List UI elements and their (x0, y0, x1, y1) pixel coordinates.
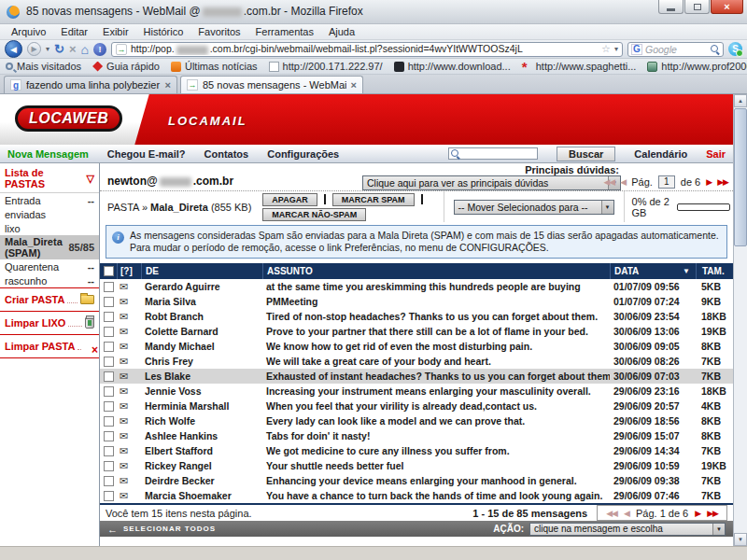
sair-link[interactable]: Sair (706, 148, 726, 160)
mail-search-input[interactable] (448, 147, 538, 160)
menu-item[interactable]: Ajuda (321, 26, 362, 37)
row-checkbox[interactable] (104, 431, 114, 441)
message-subject[interactable]: Every lady can look like a model and we … (262, 415, 610, 427)
scrollbar-thumb[interactable] (734, 108, 747, 246)
google-search-placeholder[interactable]: Google (645, 44, 708, 55)
reload-button[interactable]: ↻ (54, 42, 64, 56)
sidebar-folder[interactable]: Quarentena -- (0, 259, 99, 273)
message-row[interactable]: ✉ Robt Branch Tired of non-stop headache… (100, 309, 733, 324)
message-subject[interactable]: Your shuttle needs better fuel (262, 460, 610, 471)
menu-item[interactable]: Ferramentas (248, 26, 321, 37)
message-row[interactable]: ✉ Chris Frey We will take a great care o… (100, 354, 733, 369)
google-search-box[interactable]: G Google (627, 42, 724, 57)
stop-button[interactable]: × (69, 42, 77, 56)
message-subject[interactable]: Enhancing your device means enlarging yo… (262, 475, 610, 486)
search-icon[interactable] (711, 45, 720, 54)
menu-item[interactable]: Exibir (95, 26, 136, 37)
message-subject[interactable]: Increasing your instrument means enlargi… (262, 385, 610, 397)
bookmark-item[interactable]: http://200.171.222.97/ (269, 61, 383, 72)
sidebar-folder[interactable]: Entrada -- (0, 193, 99, 207)
marcar-nao-spam-button[interactable]: MARCAR NÃO-SPAM (262, 208, 366, 221)
message-subject[interactable]: Prove to your partner that there still c… (262, 326, 610, 337)
last-page-icon[interactable]: ▶▶ (717, 177, 728, 187)
row-checkbox[interactable] (104, 282, 114, 292)
menu-item[interactable]: Arquivo (4, 26, 53, 37)
message-row[interactable]: ✉ Maria Silva PMMeeting 01/07/09 07:24 9… (100, 294, 733, 309)
sidebar-action[interactable]: Criar PASTA (0, 287, 99, 311)
row-checkbox[interactable] (104, 327, 114, 337)
next-page-icon[interactable]: ▶ (695, 509, 700, 518)
row-checkbox[interactable] (104, 446, 114, 456)
scroll-up-icon[interactable]: ▲ (734, 94, 747, 107)
message-subject[interactable]: We got medicine to cure any illness you … (262, 445, 610, 456)
minimize-button[interactable] (658, 0, 684, 14)
buscar-button[interactable]: Buscar (557, 147, 615, 161)
nav-link[interactable]: Contatos (204, 148, 249, 160)
header-subject[interactable]: ASSUNTO (262, 263, 610, 279)
forward-button[interactable]: ▶ (27, 42, 41, 56)
message-row[interactable]: ✉ Herminia Marshall When you feel that y… (100, 399, 733, 413)
sort-desc-icon[interactable]: ▼ (683, 267, 690, 275)
message-row[interactable]: ✉ Mandy Michael We know how to get rid o… (100, 339, 733, 354)
row-checkbox[interactable] (104, 416, 114, 427)
faq-dropdown[interactable]: Clique aqui para ver as principais dúvid… (362, 175, 621, 190)
message-row[interactable]: ✉ Ashlee Hankins Tabs for doin' it nasty… (100, 428, 733, 443)
bookmark-star-icon[interactable]: ☆ (601, 43, 611, 55)
chevron-down-icon[interactable] (712, 524, 725, 535)
header-size[interactable]: TAM. (696, 263, 733, 279)
row-checkbox[interactable] (104, 476, 114, 486)
menu-item[interactable]: Editar (53, 26, 95, 37)
message-subject[interactable]: PMMeeting (262, 296, 610, 307)
row-checkbox[interactable] (104, 461, 114, 471)
google-icon[interactable]: G (631, 44, 642, 55)
select-all-checkbox[interactable] (104, 266, 114, 276)
message-subject[interactable]: Exhausted of instant headaches? Thanks t… (262, 371, 610, 382)
sidebar-action[interactable]: Limpar PASTA (0, 334, 99, 358)
message-row[interactable]: ✉ Rickey Rangel Your shuttle needs bette… (100, 458, 733, 473)
url-dropdown-icon[interactable]: ▾ (614, 45, 618, 53)
address-bar[interactable]: http://pop..com.br/cgi-bin/webmail/webma… (111, 42, 623, 57)
nav-link[interactable]: Nova Mensagem (7, 148, 89, 160)
message-subject[interactable]: Tired of non-stop headaches? Thanks to u… (262, 311, 610, 322)
row-checkbox[interactable] (104, 357, 114, 367)
message-row[interactable]: ✉ Rich Wolfe Every lady can look like a … (100, 413, 733, 428)
message-subject[interactable]: We know how to get rid of even the most … (262, 341, 610, 352)
next-page-icon[interactable]: ▶ (706, 177, 712, 187)
bookmark-item[interactable]: http://www.prof2000.... (647, 61, 747, 72)
action-dropdown[interactable]: clique na mensagem e escolha (529, 523, 726, 536)
tab-close-icon[interactable]: × (165, 79, 171, 91)
message-subject[interactable]: Tabs for doin' it nasty! (262, 430, 610, 441)
calendario-link[interactable]: Calendário (634, 148, 687, 160)
move-to-dropdown[interactable]: -- Mover Selecionados para -- (454, 200, 614, 215)
bookmark-item[interactable]: Últimas notícias (171, 61, 258, 72)
tab-close-icon[interactable]: × (351, 79, 357, 91)
scroll-down-icon[interactable]: ▼ (734, 533, 747, 546)
sidebar-folder[interactable]: enviadas (0, 207, 99, 221)
close-button[interactable]: × (711, 0, 743, 14)
menu-item[interactable]: Favoritos (190, 26, 247, 37)
sidebar-folder[interactable]: lixo (0, 221, 99, 235)
prev-page-icon[interactable]: ◀ (620, 177, 626, 187)
bookmark-item[interactable]: http://www.spaghetti... (522, 61, 637, 72)
prev-page-icon[interactable]: ◀ (624, 509, 629, 518)
nav-link[interactable]: Chegou E-mail? (107, 148, 186, 160)
marcar-spam-button[interactable]: MARCAR SPAM (332, 193, 415, 206)
folders-title[interactable]: Lista de PASTAS ▽ (0, 163, 99, 193)
nav-link[interactable]: Configurações (267, 148, 339, 160)
select-all-label[interactable]: SELECIONAR TODOS (123, 525, 216, 533)
message-row[interactable]: ✉ Jennie Voss Increasing your instrument… (100, 384, 733, 399)
header-flag[interactable]: [?] (117, 263, 141, 279)
sidebar-folder[interactable]: rascunho -- (0, 273, 99, 287)
url-text[interactable]: http://pop..com.br/cgi-bin/webmail/webma… (131, 43, 598, 54)
message-row[interactable]: ✉ Gerardo Aguirre at the same time you a… (100, 279, 733, 294)
row-checkbox[interactable] (104, 491, 114, 501)
message-row[interactable]: ✉ Marcia Shoemaker You have a chance to … (100, 488, 733, 503)
first-page-icon[interactable]: ◀◀ (606, 509, 617, 518)
bookmark-item[interactable]: Mais visitados (6, 61, 81, 72)
collapse-triangle-icon[interactable]: ▽ (87, 173, 94, 185)
history-dropdown-icon[interactable]: ▾ (46, 45, 49, 53)
message-row[interactable]: ✉ Colette Barnard Prove to your partner … (100, 324, 733, 339)
last-page-icon[interactable]: ▶▶ (707, 509, 718, 518)
first-page-icon[interactable]: ◀◀ (603, 177, 614, 187)
row-checkbox[interactable] (104, 401, 114, 412)
